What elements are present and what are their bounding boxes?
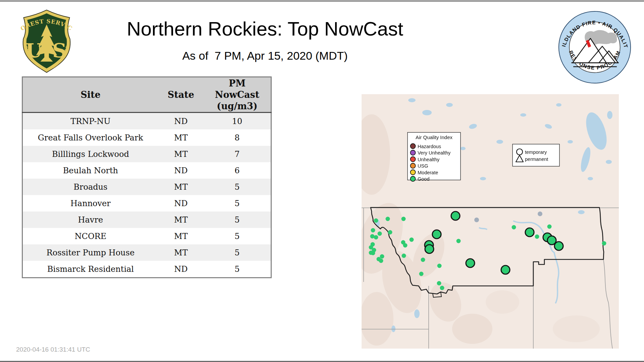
cell-value: 5 [204, 228, 271, 244]
page-title: Northern Rockies: Top NowCast [74, 17, 456, 40]
aqi-label: Moderate [418, 170, 438, 175]
table-header-row: Site State PM NowCast (ug/m3) [22, 77, 271, 113]
monitor-marker-permanent [466, 259, 475, 267]
cell-state: ND [158, 113, 204, 130]
monitor-marker-temporary [402, 254, 406, 258]
cell-site: Great Falls Overlook Park [22, 129, 158, 146]
table-row: NCOREMT5 [22, 228, 271, 244]
cell-value: 5 [204, 212, 271, 228]
temporary-label: temporary [525, 149, 547, 155]
monitor-marker-temporary [371, 228, 375, 233]
aqi-label: USG [418, 163, 428, 169]
monitor-marker-temporary [602, 241, 606, 246]
aqi-label: Good [418, 176, 429, 182]
monitor-marker-temporary [379, 259, 383, 263]
column-header-state: State [158, 77, 204, 113]
monitor-map: Air Quality Index HazardousVery Unhealth… [362, 94, 619, 349]
nowcast-table: Site State PM NowCast (ug/m3) TRNP-NUND1… [22, 76, 272, 278]
monitor-marker-temporary [421, 258, 425, 262]
table-row: Rossiter Pump HouseMT5 [22, 244, 271, 261]
aqi-swatch-good [411, 176, 416, 181]
table-row: Great Falls Overlook ParkMT8 [22, 129, 271, 146]
aqi-swatch-usg [411, 163, 416, 168]
table-row: Bismarck ResidentialND5 [22, 261, 271, 278]
cell-state: ND [158, 261, 204, 278]
monitor-marker-temporary [378, 232, 382, 236]
monitor-marker-temporary [419, 272, 424, 276]
aqi-legend: Air Quality Index HazardousVery Unhealth… [408, 132, 461, 182]
table-row: Beulah NorthND6 [22, 162, 271, 179]
monitor-marker-temporary [547, 225, 552, 229]
cell-state: ND [158, 162, 204, 179]
usfs-logo: FOREST SERVICE DEPARTMENT OF AGRICULTURE… [18, 8, 75, 75]
monitor-marker-temporary [437, 264, 442, 268]
aqi-label: Hazardous [418, 144, 441, 149]
monitor-marker-inactive [474, 218, 479, 222]
cell-value: 5 [204, 179, 271, 195]
monitor-marker-temporary [401, 217, 406, 221]
cell-state: ND [158, 195, 204, 212]
cell-state: MT [158, 129, 204, 146]
cell-state: MT [158, 228, 204, 244]
monitor-marker-permanent [425, 245, 434, 253]
monitor-marker-temporary [440, 286, 444, 290]
cell-state: MT [158, 212, 204, 228]
cell-value: 5 [204, 244, 271, 261]
monitor-marker-temporary [512, 225, 516, 230]
cell-site: TRNP-NU [22, 113, 158, 130]
cell-value: 6 [204, 162, 271, 179]
monitor-marker-permanent [554, 242, 563, 250]
aqi-label: Very Unhealthy [418, 150, 451, 156]
temporary-symbol-icon [517, 149, 523, 155]
monitor-marker-temporary [371, 251, 375, 255]
cell-site: Broadus [22, 179, 158, 195]
cell-state: MT [158, 244, 204, 261]
generated-timestamp: 2020-04-16 01:31:41 UTC [16, 346, 90, 353]
monitor-marker-permanent [501, 265, 510, 274]
monitor-marker-permanent [432, 230, 441, 239]
cell-value: 8 [204, 129, 271, 146]
cell-site: Rossiter Pump House [22, 244, 158, 261]
column-header-site: Site [22, 77, 158, 113]
table-row: HannoverND5 [22, 195, 271, 212]
monitor-marker-temporary [535, 235, 539, 239]
monitor-marker-temporary [386, 217, 390, 221]
column-header-pm-nowcast: PM NowCast (ug/m3) [204, 77, 271, 113]
monitor-marker-temporary [437, 281, 441, 286]
monitor-marker-inactive [538, 212, 542, 216]
cell-value: 10 [204, 113, 271, 130]
monitor-marker-temporary [388, 230, 392, 235]
monitor-marker-temporary [374, 219, 378, 223]
table-row: HavreMT5 [22, 212, 271, 228]
cell-site: Hannover [22, 195, 158, 212]
cell-site: Beulah North [22, 162, 158, 179]
aqi-label: Unhealthy [418, 157, 440, 162]
aqi-swatch-moderate [411, 170, 416, 175]
aqi-swatch-hazardous [411, 144, 416, 149]
wfaqrp-logo: WILDLAND FIRE • AIR QUALITY RESPONSE PRO… [557, 9, 633, 86]
cell-site: Billlings Lockwood [22, 146, 158, 162]
monitor-marker-temporary [457, 239, 461, 243]
table-row: Billlings LockwoodMT7 [22, 146, 271, 162]
cell-site: NCORE [22, 228, 158, 244]
monitor-marker-temporary [403, 243, 408, 248]
monitor-marker-temporary [374, 235, 378, 240]
cell-site: Bismarck Residential [22, 261, 158, 278]
monitor-marker-temporary [410, 238, 414, 242]
cell-value: 5 [204, 261, 271, 278]
cell-state: MT [158, 146, 204, 162]
table-row: BroadusMT5 [22, 179, 271, 195]
marker-type-legend: temporary permanent [513, 144, 559, 166]
aqi-legend-title: Air Quality Index [416, 134, 453, 140]
aqi-swatch-very-unhealthy [411, 150, 416, 155]
monitor-marker-permanent [525, 228, 534, 237]
cell-state: MT [158, 179, 204, 195]
cell-site: Havre [22, 212, 158, 228]
header: Northern Rockies: Top NowCast As of 7 PM… [74, 0, 456, 62]
page-bottom-border [0, 361, 644, 362]
usfs-monogram-s: S [52, 39, 66, 62]
table-row: TRNP-NUND10 [22, 113, 271, 130]
monitor-marker-temporary [370, 234, 375, 239]
page-subtitle: As of 7 PM, Apr 15, 2020 (MDT) [74, 49, 456, 62]
cell-value: 7 [204, 146, 271, 162]
